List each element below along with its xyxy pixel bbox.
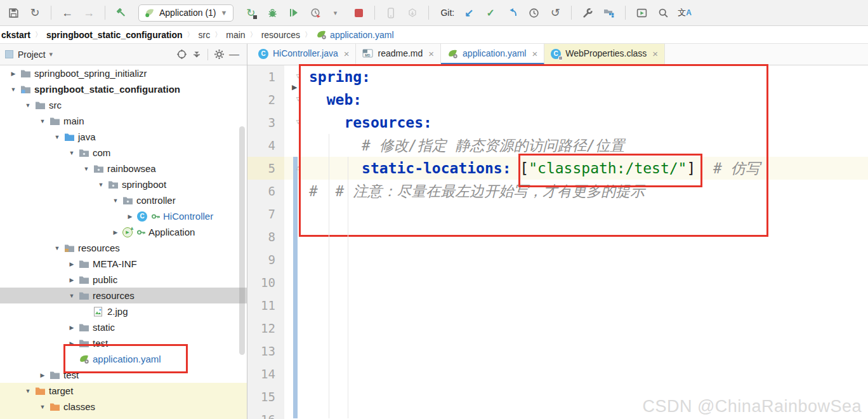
hide-panel-icon[interactable]: — [227,47,242,62]
tab-application.yaml[interactable]: application.yaml× [441,44,544,65]
search-icon[interactable] [654,4,672,22]
tree-item-springboot_spring_initializr[interactable]: ▶springboot_spring_initializr [0,65,247,81]
chevron-down-icon[interactable]: ▼ [109,197,122,204]
tree-item-application.yaml[interactable]: application.yaml [0,351,247,367]
fold-open-icon[interactable]: ▿ [293,117,303,126]
tab-readme.md[interactable]: MDreadme.md× [356,44,441,65]
tree-item-classes[interactable]: ▼classes [0,399,247,415]
chevron-right-icon[interactable]: ▶ [65,324,79,331]
chevron-down-icon[interactable]: ▼ [50,245,64,251]
tree-item-Application[interactable]: ▶▶▲Application [0,224,247,240]
fold-open-icon[interactable]: ▿ [293,94,303,103]
tree-item-test[interactable]: ▶test [0,367,247,383]
code-line-13[interactable]: 13 [247,340,868,362]
chevron-right-icon[interactable]: ▶ [109,229,122,236]
git-commit-icon[interactable]: ✓ [482,4,499,22]
forward-icon[interactable]: → [80,4,98,22]
chevron-down-icon[interactable]: ▼ [65,293,79,299]
locate-icon[interactable] [174,47,189,62]
chevron-right-icon[interactable]: ▶ [36,372,49,378]
chevron-right-icon[interactable]: ▶ [65,340,79,347]
tree-item-target[interactable]: ▼target [0,383,247,399]
history-icon[interactable] [525,4,542,22]
breadcrumb-item[interactable]: springboot_static_configuration [46,30,183,40]
tree-item-com[interactable]: ▼com [0,145,247,161]
fold-open-icon[interactable]: ▿ [293,71,303,81]
tree-item-src[interactable]: ▼src [0,97,247,113]
chevron-right-icon[interactable]: ▶ [65,277,79,283]
chevron-right-icon[interactable]: ▶ [123,213,137,220]
close-icon[interactable]: × [428,48,434,59]
tree-item-META-INF[interactable]: ▶META-INF [0,256,247,272]
chevron-down-icon[interactable]: ▾ [49,50,53,58]
tree-item-static[interactable]: ▶static [0,319,247,335]
tab-HiController.java[interactable]: CHiController.java× [252,44,356,65]
breadcrumb-item[interactable]: resources [261,30,300,40]
close-icon[interactable]: × [344,48,350,59]
rerun-icon[interactable]: ↻ [242,4,260,22]
coverage-icon[interactable] [285,4,303,22]
project-structure-icon[interactable] [600,4,618,22]
tree-item-springboot_static_configuration[interactable]: ▼springboot_static_configuration [0,81,247,97]
save-icon[interactable] [4,4,22,22]
chevron-down-icon[interactable]: ▼ [65,150,79,156]
chevron-right-icon[interactable]: ▶ [65,261,79,267]
chevron-down-icon[interactable]: ▼ [94,182,108,188]
collapse-all-icon[interactable] [189,47,204,62]
editor-body[interactable]: 1spring:2 web:3 resources:4 # 修改/指定 静态资源… [247,65,868,418]
close-icon[interactable]: × [652,48,658,59]
settings-gear-icon[interactable] [211,47,227,62]
sync-icon[interactable]: ↻ [26,4,44,22]
code-line-4[interactable]: 4 # 修改/指定 静态资源的访问路径/位置 [247,134,868,157]
chevron-right-icon[interactable]: ▶ [6,70,20,77]
chevron-down-icon[interactable]: ▼ [36,118,49,124]
run-config-select[interactable]: Application (1)▼ [138,4,233,22]
code-line-3[interactable]: 3 resources: [247,111,868,134]
git-update-icon[interactable]: ↙ [460,4,478,22]
code-line-11[interactable]: 11 [247,294,868,317]
tree-item-partial[interactable] [0,415,247,419]
chevron-down-icon[interactable]: ▼ [36,404,49,410]
code-line-5[interactable]: 5 static-locations: ["classpath:/test/"]… [247,157,868,180]
tree-scrollbar[interactable] [239,126,245,355]
chevron-down-icon[interactable]: ▼ [21,388,35,394]
breadcrumb-item[interactable]: main [226,30,245,40]
breadcrumb-item[interactable]: ckstart [1,30,30,40]
code-line-7[interactable]: 7 [247,203,868,225]
code-line-2[interactable]: 2 web: [247,88,868,111]
run-anything-icon[interactable] [633,4,650,22]
tree-item-springboot[interactable]: ▼springboot [0,176,247,192]
profiler-icon[interactable] [306,4,324,22]
fold-end-icon[interactable]: ▵ [293,163,303,172]
device-icon[interactable] [382,4,400,22]
rollback-icon[interactable]: ↺ [546,4,564,22]
tree-item-public[interactable]: ▶public [0,272,247,288]
chevron-down-icon[interactable]: ▼ [6,86,20,93]
debug-icon[interactable] [263,4,281,22]
chevron-down-icon[interactable]: ▼ [79,166,93,172]
code-line-9[interactable]: 9 [247,248,868,271]
profiler-caret-icon[interactable]: ▾ [328,4,346,22]
tree-item-rainbowsea[interactable]: ▼rainbowsea [0,161,247,176]
wrench-icon[interactable] [579,4,596,22]
code-line-1[interactable]: 1spring: [247,65,868,88]
code-line-6[interactable]: 6# # 注意：尽量在最左边开始写，才有更多的提示 [247,180,868,203]
chevron-down-icon[interactable]: ▼ [21,102,35,109]
stop-icon[interactable] [350,4,367,22]
code-line-14[interactable]: 14 [247,362,868,385]
build-hammer-icon[interactable] [112,4,130,22]
project-panel-title[interactable]: Project [18,50,46,60]
code-line-12[interactable]: 12 [247,317,868,340]
git-push-icon[interactable] [503,4,521,22]
tree-item-2.jpg[interactable]: 2.jpg [0,303,247,319]
chevron-down-icon[interactable]: ▼ [50,134,64,140]
tree-item-resources[interactable]: ▼resources [0,240,247,256]
tree-item-resources[interactable]: ▼resources [0,288,247,303]
tab-WebProperties.class[interactable]: CWebProperties.class× [544,44,665,65]
tree-item-controller[interactable]: ▼controller [0,192,247,208]
tree-item-test[interactable]: ▶test [0,335,247,351]
code-line-10[interactable]: 10 [247,271,868,294]
close-icon[interactable]: × [532,48,537,59]
translate-icon[interactable]: 文A [676,4,694,22]
breadcrumb-item[interactable]: application.yaml [316,29,393,40]
